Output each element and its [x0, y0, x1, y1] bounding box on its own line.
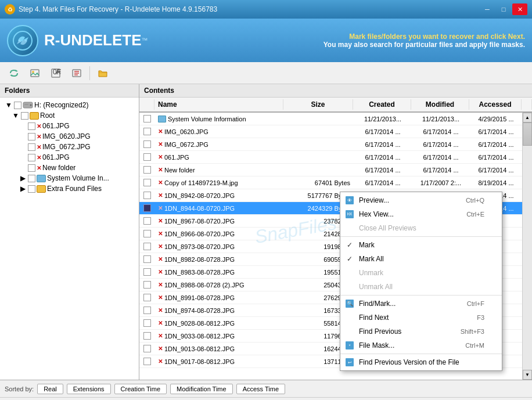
ctx-filemask[interactable]: * File Mask... Ctrl+M [340, 338, 502, 352]
scroll-thumb[interactable] [523, 122, 532, 146]
file4-label: 061.JPG [42, 153, 70, 161]
preview-button[interactable] [26, 64, 44, 82]
tree-item-extra[interactable]: ▶ Extra Found Files [0, 183, 139, 194]
expand-icon[interactable]: ▼ [5, 101, 13, 109]
ctx-findnext[interactable]: Find Next F3 [340, 311, 502, 325]
row-check[interactable] [139, 114, 154, 123]
tree-item-file1[interactable]: ▶ ✕ 061.JPG [0, 121, 139, 131]
sort-extensions-button[interactable]: Extensions [67, 384, 111, 394]
deleted-icon2: ✕ [37, 134, 41, 140]
tree-item-drive[interactable]: ▼ H: (Recognized2) [0, 100, 139, 110]
ctx-preview[interactable]: 👁 Preview... Ctrl+Q [340, 193, 502, 207]
ctx-mark-label: Mark [359, 241, 375, 249]
tree-checkbox[interactable] [14, 102, 21, 109]
table-row[interactable]: ✕Copy of 114897219-M.jpg 67401 Bytes 6/1… [139, 176, 522, 189]
extra-label: Extra Found Files [47, 185, 102, 193]
logo-text: R-UNDELETE™ [44, 31, 148, 49]
tree-item-root[interactable]: ▼ Root [0, 110, 139, 121]
sort-creation-button[interactable]: Creation Time [114, 384, 167, 394]
tree-checkbox-sysvolume[interactable] [28, 175, 35, 182]
ctx-mark[interactable]: ✓ Mark [340, 238, 502, 252]
tree-checkbox-extra[interactable] [28, 185, 35, 193]
th-created[interactable]: Created [353, 99, 411, 110]
sort-access-button[interactable]: Access Time [236, 384, 285, 394]
mask-ctx-icon: * [345, 341, 354, 350]
ctx-separator2 [340, 295, 502, 296]
tree-item-file3[interactable]: ▶ ✕ IMG_0672.JPG [0, 142, 139, 152]
minimize-button[interactable]: ─ [480, 3, 495, 15]
tree-checkbox-root[interactable] [21, 112, 28, 120]
th-checkbox [139, 99, 154, 110]
root-folder-icon [30, 112, 39, 120]
status-bar: Ready Marked 0 Bytes in 0 files in 0 fo.… [0, 398, 532, 400]
sysvolume-label: System Volume In... [47, 174, 109, 182]
ctx-findprev[interactable]: Find Previous Shift+F3 [340, 325, 502, 338]
ctx-findmark[interactable]: 🔍 Find/Mark... Ctrl+F [340, 297, 502, 311]
deleted-icon5: ✕ [37, 165, 41, 171]
close-preview-ctx-icon [345, 224, 354, 233]
ctx-filemask-shortcut: Ctrl+M [465, 342, 484, 349]
th-accessed[interactable]: Accessed [469, 99, 522, 110]
title-bar: ♻ Step 4. Mark Files For Recovery - R-Un… [0, 0, 532, 19]
file1-label: 061.JPG [42, 122, 70, 130]
ctx-findprev-shortcut: Shift+F3 [461, 328, 484, 335]
maximize-button[interactable]: □ [496, 3, 511, 15]
svg-rect-14 [24, 104, 28, 105]
tree-item-sysvolume[interactable]: ▶ System Volume In... [0, 173, 139, 183]
deleted-icon4: ✕ [37, 154, 41, 161]
ctx-findprevver[interactable]: ↩ Find Previous Version of the File [340, 355, 502, 369]
table-row[interactable]: ✕New folder 6/17/2014 ... 6/17/2014 ... … [139, 164, 522, 176]
th-name[interactable]: Name [154, 99, 283, 110]
ctx-unmark-label: Unmark [359, 269, 383, 277]
table-row[interactable]: ✕IMG_0620.JPG 6/17/2014 ... 6/17/2014 ..… [139, 125, 522, 138]
ctx-hexview-shortcut: Ctrl+E [466, 211, 484, 218]
tree-checkbox-file2[interactable] [28, 133, 35, 140]
table-row[interactable]: ✕IMG_0672.JPG 6/17/2014 ... 6/17/2014 ..… [139, 138, 522, 151]
scroll-up-button[interactable]: ▲ [523, 113, 532, 122]
hex-view-button[interactable]: 0FA3 [46, 64, 65, 82]
th-modified[interactable]: Modified [411, 99, 469, 110]
tree-checkbox-file5[interactable] [28, 164, 35, 172]
sort-label: Sorted by: [5, 385, 34, 392]
window-title: Step 4. Mark Files For Recovery - R-Unde… [19, 5, 217, 13]
tree-checkbox-file4[interactable] [28, 154, 35, 161]
close-previews-button[interactable] [67, 64, 86, 82]
sort-real-button[interactable]: Real [37, 384, 63, 394]
open-folder-button[interactable] [94, 64, 112, 82]
ctx-unmarkall[interactable]: Unmark All [340, 280, 502, 294]
contents-header-bar: Contents [139, 84, 532, 98]
tree-area[interactable]: ▼ H: (Recognized2) ▼ Root ▶ ✕ 061.JPG [0, 98, 139, 380]
close-button[interactable]: ✕ [512, 3, 527, 15]
ctx-hexview[interactable]: HX Hex View... Ctrl+E [340, 207, 502, 221]
toolbar: 0FA3 [0, 62, 532, 84]
drive-icon [23, 101, 33, 109]
ctx-unmark[interactable]: Unmark [340, 266, 502, 280]
expand-sysvolume[interactable]: ▶ [19, 174, 27, 182]
ctx-closepreview[interactable]: Close All Previews [340, 221, 502, 235]
ctx-separator3 [340, 354, 502, 354]
deleted-file-icon: ✕ [158, 128, 163, 135]
tree-item-file4[interactable]: ▶ ✕ 061.JPG [0, 152, 139, 163]
scroll-down-button[interactable]: ▼ [523, 370, 532, 380]
th-size[interactable]: Size [283, 99, 353, 110]
vertical-scrollbar[interactable]: ▲ ▼ [522, 113, 532, 380]
ctx-findprev-label: Find Previous [359, 327, 401, 336]
expand-root-icon[interactable]: ▼ [12, 111, 20, 120]
table-row[interactable]: ✕061.JPG 6/17/2014 ... 6/17/2014 ... 6/1… [139, 151, 522, 164]
ctx-markall[interactable]: ✓ Mark All [340, 252, 502, 266]
sort-modification-button[interactable]: Modification Time [170, 384, 233, 394]
tree-checkbox-file3[interactable] [28, 143, 35, 151]
ctx-preview-label: Preview... [359, 196, 389, 204]
scroll-track[interactable] [523, 122, 532, 370]
find-ctx-icon: 🔍 [345, 299, 354, 308]
title-bar-left: ♻ Step 4. Mark Files For Recovery - R-Un… [5, 4, 217, 15]
table-row[interactable]: System Volume Information 11/21/2013... … [139, 113, 522, 125]
tree-item-file2[interactable]: ▶ ✕ IMG_0620.JPG [0, 131, 139, 142]
expand-extra[interactable]: ▶ [19, 185, 27, 193]
tree-checkbox-file1[interactable] [28, 122, 35, 130]
folders-panel-header: Folders [0, 84, 139, 98]
context-menu: 👁 Preview... Ctrl+Q HX Hex View... Ctrl+… [340, 192, 502, 371]
tree-item-file5[interactable]: ▶ ✕ New folder [0, 163, 139, 173]
refresh-button[interactable] [5, 64, 23, 82]
file3-label: IMG_0672.JPG [42, 143, 91, 151]
